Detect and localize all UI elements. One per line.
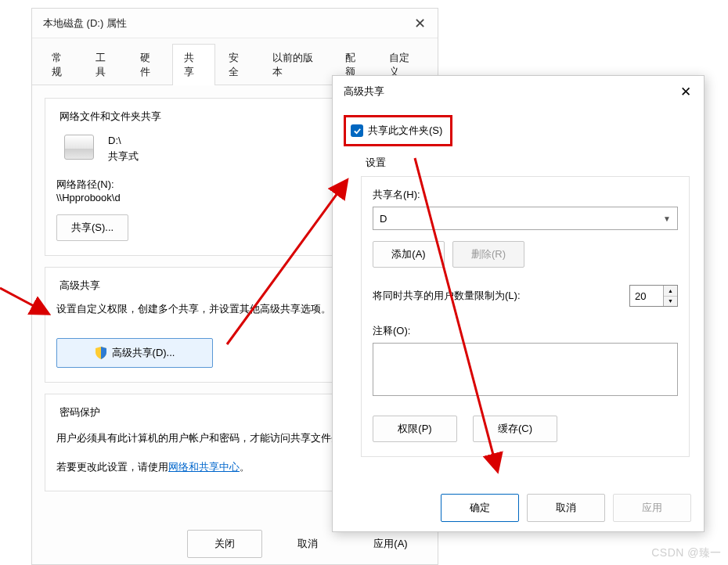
advanced-sharing-dialog: 高级共享 ✕ 共享此文件夹(S) 设置 共享名(H): D ▼ 添加(A) 删除… [332,75,705,532]
share-name-value: D [380,213,387,225]
share-button[interactable]: 共享(S)... [56,214,128,241]
remove-button: 删除(R) [452,241,524,268]
share-folder-checkbox-row[interactable]: 共享此文件夹(S) [344,115,452,146]
tab-previous-versions[interactable]: 以前的版本 [261,44,332,85]
drive-icon [64,135,94,160]
drive-info: D:\ 共享式 [108,133,139,164]
tab-tools[interactable]: 工具 [84,44,126,85]
settings-fieldset: 共享名(H): D ▼ 添加(A) 删除(R) 将同时共享的用户数量限制为(L)… [361,176,690,457]
adv-window-title: 高级共享 [344,85,384,99]
spin-down-icon[interactable]: ▼ [664,297,677,307]
spin-up-icon[interactable]: ▲ [664,286,677,297]
share-name-combo[interactable]: D ▼ [373,207,678,230]
cache-button[interactable]: 缓存(C) [473,416,557,442]
close-button[interactable]: 关闭 [187,530,262,558]
window-title: 本地磁盘 (D:) 属性 [43,16,127,31]
advanced-share-button[interactable]: 高级共享(D)... [56,338,213,368]
apply-button[interactable]: 应用 [613,494,691,522]
advanced-share-button-label: 高级共享(D)... [112,346,175,360]
tab-security[interactable]: 安全 [217,44,259,85]
share-folder-label: 共享此文件夹(S) [368,124,442,138]
cancel-button[interactable]: 取消 [527,494,605,522]
tab-hardware[interactable]: 硬件 [128,44,171,85]
titlebar: 本地磁盘 (D:) 属性 ✕ [32,9,438,38]
close-icon[interactable]: ✕ [668,76,704,107]
ok-button[interactable]: 确定 [441,494,519,522]
tab-sharing[interactable]: 共享 [172,44,214,85]
comment-textarea[interactable] [373,343,678,396]
network-sharing-center-link[interactable]: 网络和共享中心 [168,461,240,473]
permissions-button[interactable]: 权限(P) [373,416,457,442]
user-limit-spinbox[interactable]: ▲ ▼ [629,285,678,307]
share-name-label: 共享名(H): [373,188,678,202]
dialog-buttons: 关闭 取消 应用(A) [187,530,428,558]
user-limit-label: 将同时共享的用户数量限制为(L): [373,289,521,303]
shield-icon [95,347,107,359]
checkbox-checked-icon [351,124,363,137]
settings-label: 设置 [366,156,690,170]
watermark: CSDN @臻一 [651,546,722,560]
password-text-2-suffix: 。 [240,461,250,473]
comment-label: 注释(O): [373,324,678,338]
share-state: 共享式 [108,149,139,164]
tab-general[interactable]: 常规 [40,44,82,85]
close-icon[interactable]: ✕ [402,9,438,38]
drive-path: D:\ [108,133,139,149]
adv-titlebar: 高级共享 ✕ [333,76,704,107]
apply-button[interactable]: 应用(A) [353,530,428,558]
cancel-button[interactable]: 取消 [270,530,345,558]
add-button[interactable]: 添加(A) [373,241,445,268]
password-text-2-prefix: 若要更改此设置，请使用 [56,461,168,473]
chevron-down-icon: ▼ [663,214,671,223]
user-limit-input[interactable] [630,286,663,306]
